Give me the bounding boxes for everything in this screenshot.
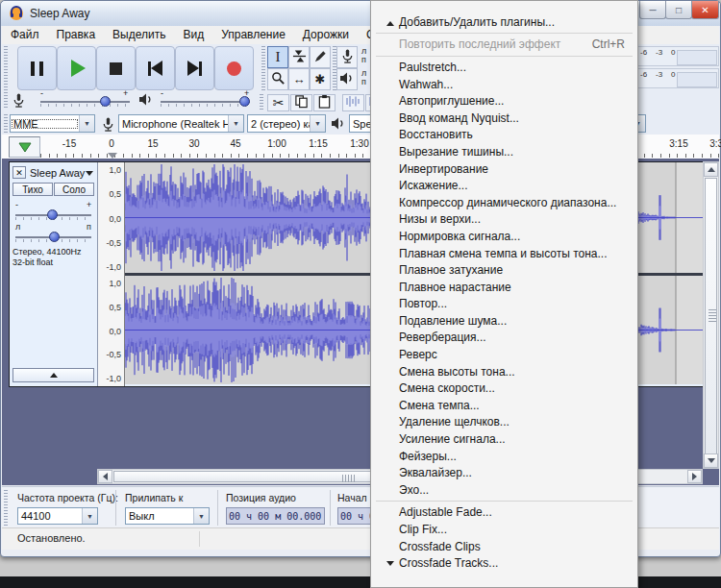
effects-menu-item[interactable]: Эхо... — [372, 481, 636, 499]
trim-button[interactable] — [342, 94, 364, 111]
toolbar-grip[interactable] — [4, 114, 8, 133]
menubar-item-4[interactable]: Вид — [174, 26, 212, 44]
toolbar-grip[interactable] — [261, 46, 265, 92]
ruler-time-label: 45 — [230, 138, 240, 149]
pan-left-label: л — [15, 222, 20, 232]
toolbar-grip[interactable] — [260, 94, 263, 110]
effects-menu-item[interactable]: Нормировка сигнала... — [372, 228, 636, 245]
amplitude-scale-label: -0,5 — [106, 350, 121, 359]
effects-menu-item[interactable]: Фейзеры... — [372, 448, 636, 465]
effects-menu-item[interactable]: Плавная смена темпа и высоты тона... — [372, 245, 636, 262]
meter-tick-label: 0 — [671, 70, 675, 79]
effects-menu-item[interactable]: Инвертирование — [372, 160, 636, 178]
effects-menu-item[interactable]: Автоприглушение... — [372, 92, 636, 110]
effects-menu-item[interactable]: Смена темпа... — [372, 397, 636, 414]
play-button[interactable] — [57, 46, 96, 90]
track-control-panel: ✕ Sleep Away Тихо Соло - + л п — [10, 162, 98, 386]
effects-menu-item[interactable]: Смена скорости... — [372, 380, 636, 397]
effects-menu-item[interactable]: Плавное затухание — [372, 261, 636, 279]
skip-start-button[interactable] — [136, 46, 175, 90]
track-collapse-button[interactable] — [12, 368, 94, 382]
copy-button[interactable] — [290, 94, 312, 111]
effects-menu-item[interactable]: Повтор... — [372, 296, 636, 313]
effects-menu: Добавить/Удалить плагины...Повторить пос… — [370, 0, 638, 588]
effects-menu-item[interactable]: Низы и верхи... — [372, 211, 636, 229]
record-button[interactable] — [214, 46, 254, 90]
project-rate-select[interactable]: 44100▼ — [17, 507, 98, 525]
meter-tick-label: 0 — [671, 48, 675, 57]
menubar-item-5[interactable]: Управление — [212, 26, 294, 44]
playback-volume-slider[interactable] — [161, 96, 250, 108]
menubar-item-1[interactable]: Файл — [2, 26, 48, 44]
minimize-button[interactable]: ─ — [639, 1, 666, 19]
recording-volume-slider[interactable] — [40, 96, 130, 108]
draw-tool-button[interactable] — [310, 46, 331, 68]
effects-menu-item[interactable]: Подавление шума... — [372, 312, 636, 330]
menubar-item-2[interactable]: Правка — [48, 26, 105, 44]
envelope-tool-button[interactable] — [288, 46, 310, 68]
vertical-scrollbar[interactable] — [703, 161, 719, 469]
track-format-info: Стерео, 44100Hz 32-bit float — [12, 247, 82, 268]
multi-tool-button[interactable]: ✱ — [310, 68, 331, 90]
menubar-item-6[interactable]: Дорожки — [294, 26, 358, 44]
effects-menu-item[interactable]: Реверберация... — [372, 330, 636, 347]
timeshift-tool-button[interactable]: ↔ — [288, 68, 310, 90]
effects-menu-item[interactable]: Crossfade Clips — [372, 538, 636, 555]
toolbar-grip[interactable] — [4, 490, 8, 526]
amplitude-scale-label: 0,5 — [109, 189, 121, 199]
play-meter-speaker-icon[interactable] — [336, 68, 358, 90]
effects-menu-item[interactable]: Ввод команд Nyquist... — [372, 110, 636, 127]
pan-slider[interactable] — [15, 232, 91, 243]
audio-position-field[interactable]: 00 ч 00 м 00.000 с▾ — [226, 507, 325, 525]
effects-menu-item[interactable]: Плавное нарастание — [372, 279, 636, 296]
output-device-speaker-icon — [331, 116, 346, 133]
effects-menu-item[interactable]: Искажение... — [372, 177, 636, 194]
effects-menu-item[interactable]: Добавить/Удалить плагины... — [372, 13, 636, 31]
play-icon — [68, 60, 86, 77]
maximize-button[interactable]: □ — [665, 1, 692, 19]
effects-menu-item[interactable]: Реверс — [372, 346, 636, 363]
track-name[interactable]: Sleep Away — [30, 167, 85, 179]
stop-button[interactable] — [96, 46, 136, 90]
menubar-item-3[interactable]: Выделить — [104, 26, 174, 44]
envelope-icon — [292, 49, 307, 66]
menu-scroll-down-icon[interactable] — [386, 566, 394, 583]
mute-button[interactable]: Тихо — [12, 183, 53, 196]
paste-button[interactable] — [313, 94, 336, 111]
toolbar-grip[interactable] — [4, 46, 8, 110]
meter-channel-right-label: п — [361, 55, 366, 64]
cut-button[interactable]: ✂ — [267, 94, 289, 111]
track-menu-arrow-icon[interactable] — [86, 171, 93, 176]
pause-button[interactable] — [17, 46, 57, 90]
vertical-scale-ruler[interactable]: 1,00,50,0-0,5-1,01,00,50,0-0,5-1,0 — [98, 162, 125, 386]
effects-menu-item[interactable]: Вырезание тишины... — [372, 143, 636, 160]
skip-end-button[interactable] — [175, 46, 214, 90]
audacity-logo-icon — [9, 6, 24, 21]
effects-menu-item[interactable]: Paulstretch... — [372, 59, 636, 76]
recording-device-select[interactable]: Microphone (Realtek High I▼ — [118, 114, 244, 133]
effects-menu-item[interactable]: Компрессор динамического диапазона... — [372, 194, 636, 211]
effects-menu-item[interactable]: Восстановить — [372, 127, 636, 144]
effects-menu-item[interactable]: Усиление сигнала... — [372, 430, 636, 448]
record-meter-mic-icon[interactable] — [336, 46, 358, 68]
effects-menu-item[interactable]: Crossfade Tracks... — [372, 554, 636, 572]
snap-to-select[interactable]: Выкл▼ — [125, 507, 210, 525]
gain-slider[interactable] — [15, 209, 91, 221]
audio-host-select[interactable]: MME▼ — [10, 114, 95, 133]
effects-menu-item[interactable]: Adjustable Fade... — [372, 504, 636, 522]
zoom-tool-button[interactable] — [267, 68, 288, 90]
effects-menu-item[interactable]: Wahwah... — [372, 76, 636, 93]
effects-menu-item[interactable]: Clip Fix... — [372, 521, 636, 538]
amplitude-scale-label: 0,5 — [109, 303, 121, 312]
track-close-button[interactable]: ✕ — [12, 166, 26, 179]
meter-bar — [677, 72, 717, 87]
skip-end-icon — [187, 61, 202, 76]
effects-menu-item[interactable]: Эквалайзер... — [372, 464, 636, 481]
recording-channels-select[interactable]: 2 (стерео) кана.▼ — [247, 114, 326, 133]
selection-tool-button[interactable]: I — [267, 46, 288, 68]
effects-menu-item[interactable]: Удаление щелчков... — [372, 414, 636, 431]
solo-button[interactable]: Соло — [54, 183, 94, 196]
close-button[interactable]: ✕ — [691, 1, 719, 19]
timeline-pin-button[interactable] — [9, 136, 40, 158]
effects-menu-item[interactable]: Смена высоты тона... — [372, 363, 636, 380]
